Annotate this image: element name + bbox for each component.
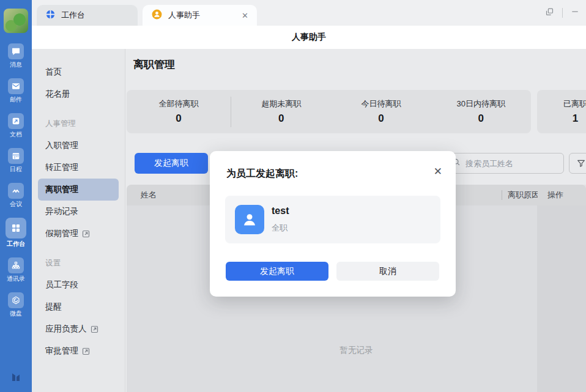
stats-card-resigned: 已离职 1 (537, 90, 586, 133)
initiate-resignation-dialog: 为员工发起离职: ✕ test 全职 发起离职 取消 (210, 151, 456, 297)
sidebar-item-approval-management[interactable]: 审批管理 (32, 340, 125, 362)
contacts-icon (8, 257, 24, 273)
mail-icon (8, 78, 24, 94)
tab-label: 工作台 (61, 10, 85, 21)
rail-item-docs[interactable]: 文档 (1, 113, 31, 138)
meeting-icon (8, 183, 24, 199)
rail-item-calendar[interactable]: 日程 (1, 148, 31, 172)
workplace-compass-icon (45, 9, 56, 21)
window-controls (544, 0, 580, 26)
rail-item-contacts[interactable]: 通讯录 (1, 257, 31, 282)
cancel-button[interactable]: 取消 (336, 262, 439, 281)
external-link-icon (82, 230, 90, 238)
initiate-resignation-button[interactable]: 发起离职 (135, 153, 208, 174)
sidebar-item-leave-management[interactable]: 假期管理 (32, 223, 125, 245)
confirm-initiate-button[interactable]: 发起离职 (226, 262, 328, 281)
app-title: 人事助手 (292, 32, 326, 43)
stat-within-30-days: 30日内待离职 0 (431, 98, 531, 125)
page-title: 离职管理 (133, 57, 175, 72)
docs-icon (8, 113, 24, 129)
open-in-window-icon[interactable] (544, 7, 555, 20)
external-link-icon (82, 347, 90, 355)
rail-item-drive[interactable]: 微盘 (1, 292, 31, 317)
sidebar-item-home[interactable]: 首页 (32, 61, 125, 83)
rail-item-mail[interactable]: 邮件 (1, 78, 31, 103)
stats-card-pending: 全部待离职 0 超期未离职 0 今日待离职 0 30日内待离职 0 (127, 90, 531, 133)
window-controls-divider (562, 8, 563, 18)
sidebar-section-settings: 设置 (32, 252, 125, 274)
rail-item-messages[interactable]: 消息 (1, 43, 31, 68)
app-title-bar: 人事助手 (32, 26, 586, 49)
rail-item-workplace[interactable]: 工作台 (1, 218, 31, 247)
column-divider (502, 190, 502, 200)
close-icon[interactable]: ✕ (434, 166, 442, 177)
column-name: 姓名 (141, 185, 157, 205)
sidebar-nav: 首页 花名册 人事管理 入职管理 转正管理 离职管理 异动记录 假期管理 设置 … (32, 49, 125, 392)
external-link-icon (91, 325, 98, 333)
hr-assistant-icon (151, 9, 163, 22)
employee-name: test (272, 205, 289, 216)
sidebar-item-onboarding[interactable]: 入职管理 (32, 135, 125, 157)
sidebar-item-app-owner[interactable]: 应用负责人 (32, 318, 125, 340)
stat-all-pending: 全部待离职 0 (127, 98, 231, 125)
employee-avatar (235, 205, 264, 234)
app-rail: 消息 邮件 文档 日程 会议 (0, 0, 32, 392)
tab-strip: 工作台 人事助手 ✕ (32, 0, 586, 26)
sidebar-item-roster[interactable]: 花名册 (32, 83, 125, 105)
rail-item-meetings[interactable]: 会议 (1, 183, 31, 207)
empty-state-text: 暂无记录 (127, 345, 586, 356)
sidebar-item-employee-fields[interactable]: 员工字段 (32, 274, 125, 296)
brand-badge-icon[interactable] (9, 369, 23, 383)
filter-button[interactable] (569, 153, 586, 174)
chat-icon (8, 43, 24, 59)
stat-today: 今日待离职 0 (331, 98, 431, 125)
tab-workplace[interactable]: 工作台 (37, 5, 138, 26)
sidebar-item-probation[interactable]: 转正管理 (32, 157, 125, 179)
sidebar-item-transfer-records[interactable]: 异动记录 (32, 201, 125, 223)
stat-resigned: 已离职 1 (563, 98, 586, 125)
app-window: 消息 邮件 文档 日程 会议 (0, 0, 586, 392)
fixed-column-shade (537, 185, 586, 392)
minimize-icon[interactable] (570, 7, 580, 19)
workplace-grid-icon (6, 218, 26, 239)
tab-label: 人事助手 (168, 10, 200, 21)
column-resign-reason: 离职原因 (508, 185, 538, 205)
employee-card: test 全职 (225, 196, 440, 243)
tab-hr-assistant[interactable]: 人事助手 ✕ (143, 5, 257, 26)
calendar-icon (8, 148, 24, 164)
employee-type: 全职 (272, 223, 287, 234)
user-avatar[interactable] (4, 9, 28, 33)
tab-close-icon[interactable]: ✕ (242, 12, 248, 20)
drive-icon (8, 292, 24, 308)
sidebar-item-reminders[interactable]: 提醒 (32, 296, 125, 318)
search-input[interactable] (464, 158, 550, 169)
sidebar-section-hr: 人事管理 (32, 113, 125, 135)
dialog-title: 为员工发起离职: (226, 168, 298, 180)
employee-search[interactable] (447, 153, 564, 174)
stat-overdue: 超期未离职 0 (231, 97, 331, 127)
column-actions: 操作 (547, 185, 563, 205)
sidebar-item-resignation[interactable]: 离职管理 (38, 179, 119, 201)
